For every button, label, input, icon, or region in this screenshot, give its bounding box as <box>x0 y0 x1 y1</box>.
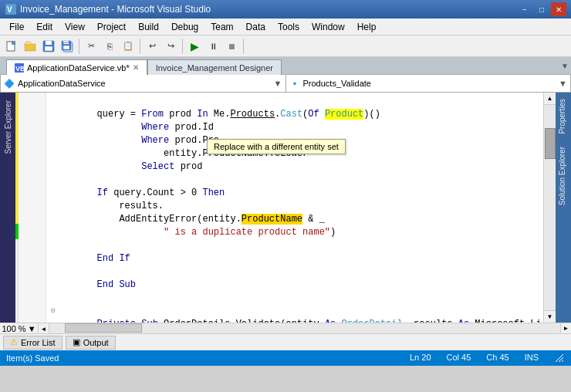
svg-rect-7 <box>45 46 52 51</box>
svg-text:VB: VB <box>15 65 24 73</box>
line-num <box>19 212 42 225</box>
paste-btn[interactable]: 📋 <box>120 38 137 55</box>
separator-1 <box>79 39 79 54</box>
save-all-btn[interactable] <box>59 38 76 55</box>
code-line-9: results. <box>52 199 543 212</box>
svg-text:V: V <box>7 5 12 14</box>
cut-btn[interactable]: ✂ <box>83 38 100 55</box>
zoom-value: 100 % <box>2 324 25 333</box>
tab-dropdown-arrow[interactable]: ▼ <box>559 57 571 74</box>
solution-explorer-label[interactable]: Solution Explorer <box>556 140 571 211</box>
line-numbers <box>19 93 46 323</box>
zoom-dropdown-btn[interactable]: ▼ <box>28 324 36 333</box>
resize-grip[interactable] <box>554 353 565 363</box>
class-dropdown[interactable]: 🔷 ApplicationDataService ▼ <box>0 74 286 93</box>
open-btn[interactable] <box>22 38 39 55</box>
new-project-btn[interactable] <box>3 38 20 55</box>
separator-4 <box>243 39 244 54</box>
zoom-display: 100 % ▼ <box>0 323 39 333</box>
line-num <box>19 133 42 147</box>
active-tab-close[interactable]: ✕ <box>133 63 139 72</box>
code-line-8: If query.Count > 0 Then <box>52 186 543 199</box>
line-num <box>19 199 42 212</box>
title-bar: V Invoice_Management - Microsoft Visual … <box>0 0 571 19</box>
method-dropdown[interactable]: 🔹 Products_Validate ▼ <box>286 74 572 93</box>
maximize-button[interactable]: □ <box>534 2 549 16</box>
line-num <box>19 304 42 317</box>
menu-data[interactable]: Data <box>240 20 272 34</box>
menu-help[interactable]: Help <box>351 20 383 34</box>
minimize-button[interactable]: − <box>517 2 532 16</box>
code-line-13: End If <box>52 252 543 265</box>
tabs-bar: VB ApplicationDataService.vb* ✕ Invoice_… <box>0 57 571 74</box>
save-btn[interactable] <box>40 38 57 55</box>
change-indicator <box>15 93 19 323</box>
scroll-up-btn[interactable]: ▲ <box>544 93 556 105</box>
output-tab[interactable]: ▣ Output <box>66 336 116 350</box>
class-icon: 🔷 <box>4 79 15 89</box>
expand-collapse-icon[interactable]: ⊟ <box>51 306 60 315</box>
active-tab-label: ApplicationDataService.vb* <box>27 63 130 73</box>
method-icon: 🔹 <box>289 79 300 89</box>
status-bar: Item(s) Saved Ln 20 Col 45 Ch 45 INS <box>0 350 571 366</box>
output-icon: ▣ <box>73 337 80 347</box>
error-list-icon: ⚠ <box>10 337 18 347</box>
vb-icon: VB <box>15 63 24 73</box>
menu-tools[interactable]: Tools <box>272 20 306 34</box>
status-message: Item(s) Saved <box>6 353 59 363</box>
toolbar: ✂ ⎘ 📋 ↩ ↪ ▶ ⏸ ⏹ <box>0 35 571 57</box>
tab-active[interactable]: VB ApplicationDataService.vb* ✕ <box>6 59 147 75</box>
error-list-label: Error List <box>21 338 56 347</box>
server-explorer-label[interactable]: Server Explorer <box>2 94 14 160</box>
pause-btn[interactable]: ⏸ <box>204 38 221 55</box>
status-line: Ln 20 <box>410 353 431 363</box>
copy-btn[interactable]: ⎘ <box>101 38 118 55</box>
line-num <box>19 317 42 323</box>
bottom-bar: ⚠ Error List ▣ Output <box>0 333 571 350</box>
yellow-change-bar <box>15 93 19 224</box>
code-area[interactable]: query = From prod In Me.Products.Cast(Of… <box>46 93 543 323</box>
far-right-sidebar: Properties Solution Explorer <box>556 93 571 323</box>
h-scroll-thumb[interactable] <box>65 323 142 333</box>
menu-debug[interactable]: Debug <box>165 20 204 34</box>
menu-bar: File Edit View Project Build Debug Team … <box>0 19 571 35</box>
close-button[interactable]: ✕ <box>551 2 566 16</box>
redo-btn[interactable]: ↪ <box>162 38 179 55</box>
run-btn[interactable]: ▶ <box>186 38 203 55</box>
menu-window[interactable]: Window <box>306 20 351 34</box>
scroll-prev-btn[interactable]: ◄ <box>39 323 49 334</box>
scroll-thumb[interactable] <box>545 128 556 159</box>
menu-file[interactable]: File <box>3 20 30 34</box>
separator-3 <box>182 39 183 54</box>
h-scroll-nav: ◄ <box>39 323 49 333</box>
status-ch: Ch 45 <box>486 353 508 363</box>
code-line-1 <box>52 94 543 107</box>
green-change-bar <box>15 224 19 239</box>
menu-build[interactable]: Build <box>132 20 165 34</box>
line-num <box>19 107 42 120</box>
undo-btn[interactable]: ↩ <box>144 38 160 55</box>
tooltip: Replace with a different entity set <box>207 139 346 154</box>
h-scroll-right-btn[interactable]: ► <box>560 323 571 333</box>
line-num <box>19 252 42 265</box>
window-controls: − □ ✕ <box>517 2 566 16</box>
line-num <box>19 225 42 238</box>
stop-btn[interactable]: ⏹ <box>223 38 240 55</box>
code-line-14 <box>52 265 543 278</box>
class-name: ApplicationDataService <box>18 79 106 88</box>
error-list-tab[interactable]: ⚠ Error List <box>3 336 63 350</box>
properties-label[interactable]: Properties <box>556 93 571 140</box>
scroll-track[interactable] <box>544 105 556 310</box>
h-scroll-track[interactable] <box>49 323 560 333</box>
menu-project[interactable]: Project <box>91 20 132 34</box>
tab-inactive[interactable]: Invoice_Management Designer <box>147 59 282 75</box>
menu-view[interactable]: View <box>59 20 91 34</box>
line-num <box>19 160 42 173</box>
tooltip-text: Replace with a different entity set <box>214 142 339 151</box>
menu-team[interactable]: Team <box>204 20 239 34</box>
code-line-7 <box>52 173 543 186</box>
code-line-12 <box>52 238 543 252</box>
vertical-scrollbar: ▲ ▼ <box>543 93 556 323</box>
menu-edit[interactable]: Edit <box>30 20 59 34</box>
scroll-down-btn[interactable]: ▼ <box>544 310 556 323</box>
